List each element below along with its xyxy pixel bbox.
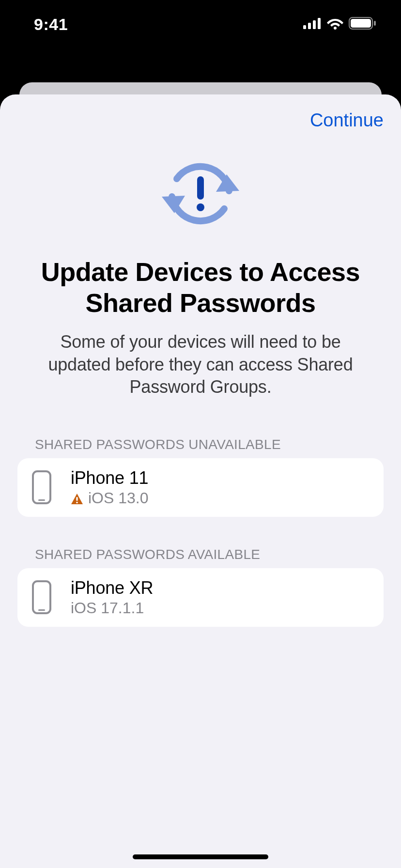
home-indicator[interactable]: [133, 854, 268, 859]
svg-rect-2: [313, 20, 316, 29]
svg-rect-10: [197, 176, 204, 200]
svg-point-15: [76, 502, 78, 504]
sync-alert-icon: [162, 155, 239, 232]
svg-rect-16: [33, 581, 50, 613]
device-list-available: iPhone XR iOS 17.1.1: [17, 568, 384, 627]
svg-rect-3: [318, 18, 321, 29]
section-header-unavailable: SHARED PASSWORDS UNAVAILABLE: [35, 437, 384, 452]
device-os: iOS 17.1.1: [71, 599, 144, 617]
wifi-icon: [326, 17, 344, 31]
page-subtitle: Some of your devices will need to be upd…: [32, 331, 369, 398]
section-unavailable: SHARED PASSWORDS UNAVAILABLE iPhone 11: [17, 437, 384, 517]
section-header-available: SHARED PASSWORDS AVAILABLE: [35, 547, 384, 562]
iphone-icon: [32, 580, 51, 614]
sheet-header: Continue: [17, 110, 384, 131]
svg-rect-1: [308, 23, 311, 29]
device-os-row: iOS 17.1.1: [71, 599, 153, 617]
hero: Update Devices to Access Shared Password…: [17, 155, 384, 398]
device-name: iPhone 11: [71, 468, 149, 488]
svg-rect-14: [76, 497, 77, 501]
page-title: Update Devices to Access Shared Password…: [32, 257, 369, 318]
svg-rect-17: [38, 609, 45, 611]
device-os-row: iOS 13.0: [71, 489, 149, 507]
status-time: 9:41: [34, 15, 68, 34]
device-row[interactable]: iPhone XR iOS 17.1.1: [17, 568, 384, 627]
svg-point-11: [197, 203, 204, 211]
device-text: iPhone 11 iOS 13.0: [71, 468, 149, 507]
iphone-icon: [32, 470, 51, 504]
svg-rect-13: [38, 499, 45, 501]
battery-icon: [349, 17, 377, 31]
status-indicators: [303, 17, 377, 31]
status-bar: 9:41: [0, 0, 401, 48]
svg-rect-0: [303, 25, 306, 29]
device-text: iPhone XR iOS 17.1.1: [71, 578, 153, 617]
continue-button[interactable]: Continue: [310, 110, 384, 131]
warning-icon: [71, 492, 83, 504]
device-list-unavailable: iPhone 11 iOS 13.0: [17, 458, 384, 517]
modal-sheet: Continue Update Devices to Access Shared…: [0, 94, 401, 868]
svg-point-4: [334, 27, 337, 30]
device-name: iPhone XR: [71, 578, 153, 598]
device-row[interactable]: iPhone 11 iOS 13.0: [17, 458, 384, 517]
svg-rect-6: [351, 19, 371, 28]
svg-rect-7: [374, 21, 376, 26]
section-available: SHARED PASSWORDS AVAILABLE iPhone XR iOS…: [17, 547, 384, 627]
svg-rect-12: [33, 471, 50, 503]
device-os: iOS 13.0: [88, 489, 149, 507]
cellular-icon: [303, 17, 322, 31]
